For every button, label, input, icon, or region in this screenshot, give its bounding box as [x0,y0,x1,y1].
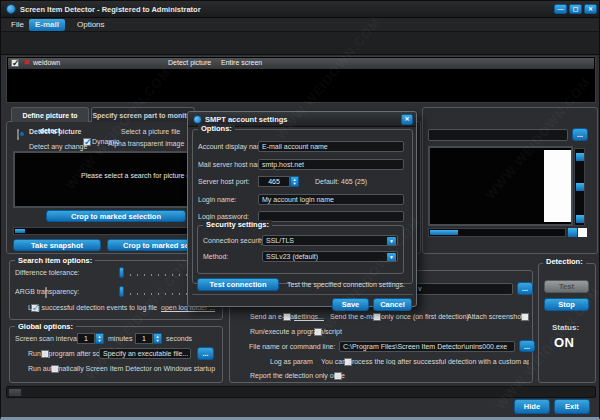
status-label: Status: [552,323,579,332]
method-select[interactable]: SSLv23 (default) ▼ [262,251,398,262]
email-recipient-browse-button[interactable]: ... [517,282,533,295]
email-settings-link[interactable]: settings... [294,313,324,320]
row-mode: Detect picture [168,59,211,66]
screen-preview[interactable] [428,146,573,226]
scroll-thumb[interactable] [15,229,25,233]
search-item-list[interactable]: weidown Detect picture Entire screen [6,56,596,103]
chevron-down-icon[interactable]: ▼ [387,237,396,246]
send-once-label: Send the e-mail only once (on first dete… [330,313,469,320]
crop-to-selection-button[interactable]: Crop to marked selection [46,210,186,222]
minimize-icon[interactable]: — [554,4,567,14]
run-program-after-scan-label: Run a program after scan: [28,350,109,357]
screen-preview-scrollbar[interactable] [428,228,566,237]
attach-screenshot-label: Attach screenshot [467,313,523,320]
log-param-hint: You can process the log after successful… [321,358,529,365]
menu-file[interactable]: File [5,19,30,31]
app-icon [6,4,16,14]
corner-gripper [578,228,587,237]
take-snapshot-button[interactable]: Take snapshot [13,239,101,251]
minutes-label: minutes [108,335,133,342]
menu-bar: File E-mail Options [1,18,599,32]
dialog-icon [193,115,202,124]
connection-security-select[interactable]: SSL/TLS ▼ [262,235,398,246]
test-connection-button[interactable]: Test connection [197,278,279,291]
monitor-path-field[interactable] [428,129,568,141]
method-value: SSLv23 (default) [266,253,318,260]
account-display-name-field[interactable]: E-mail account name [258,141,404,152]
chevron-down-icon[interactable]: ▼ [387,253,396,262]
monitor-browse-button[interactable]: ... [572,128,588,141]
menu-email[interactable]: E-mail [29,19,65,31]
status-value: ON [554,335,575,350]
dialog-divider [192,294,413,295]
executable-browse-button[interactable]: ... [197,347,214,360]
dialog-close-icon[interactable]: ✕ [401,114,413,125]
file-command-label: File name or command line: [249,343,335,350]
dialog-options-title: Options: [198,124,235,133]
detect-picture-radio[interactable] [17,129,19,140]
stop-button[interactable]: Stop [544,298,589,311]
scan-progress-bar [6,386,596,398]
security-settings-title: Security settings: [203,220,272,229]
maximize-icon[interactable]: ▢ [569,4,582,14]
mail-server-field[interactable]: smtp.host.net [258,159,404,170]
executable-file-field[interactable]: Specify an executable file... [99,348,191,359]
hide-button[interactable]: Hide [514,399,550,414]
detect-change-label: Detect any change [29,143,87,150]
marked-selection[interactable] [544,150,571,222]
close-icon[interactable]: ✕ [584,4,597,14]
select-picture-label: Select a picture file [121,128,180,135]
window-title: Screen Item Detector - Registered to Adm… [20,5,201,14]
test-connection-hint: Test the specified connection settings. [287,281,405,288]
seconds-label: seconds [166,335,192,342]
tab-define-picture[interactable]: Define picture to detect [11,107,89,122]
security-settings-group [197,225,404,274]
connection-security-value: SSL/TLS [266,237,294,244]
log-as-param-label: Log as param [270,358,313,365]
difference-tolerance-label: Difference tolerance: [15,269,79,276]
port-label: Server host port: [198,178,250,185]
minutes-stepper[interactable]: 1 ▲▼ [77,333,104,344]
dialog-save-button[interactable]: Save [332,298,369,311]
spinner-arrows-icon[interactable]: ▲▼ [95,333,104,344]
send-email-label: Send an e-mail [250,313,297,320]
dialog-cancel-button[interactable]: Cancel [373,298,412,311]
tab-specify-screen-part[interactable]: Specify screen part to monitor [91,107,195,122]
resize-handle-bottom[interactable] [576,215,584,223]
menu-options[interactable]: Options [71,19,111,31]
resize-handle-corner[interactable] [568,228,577,237]
title-bar: Screen Item Detector - Registered to Adm… [1,1,599,18]
port-stepper[interactable]: 465 ▲▼ [258,176,299,187]
scroll-thumb[interactable] [430,230,458,235]
row-checkbox[interactable] [11,59,19,67]
argb-transparency-label: ARGB transparency: [15,288,79,295]
login-name-field[interactable]: My account login name [258,194,404,205]
method-label: Method: [203,253,228,260]
test-button[interactable]: Test [544,280,589,293]
log-detection-label: Log successful detection events to log f… [28,304,157,311]
port-value: 465 [258,176,290,187]
spinner-arrows-icon[interactable]: ▲▼ [290,176,299,187]
file-command-browse-button[interactable]: ... [519,340,535,352]
toolbar: Add new search item Delete selected sear… [1,32,599,55]
resize-handle-top[interactable] [576,153,584,161]
row-name: weidown [33,59,60,66]
exit-button[interactable]: Exit [554,399,590,414]
report-once-label: Report the detection only once [250,372,345,379]
global-options-title: Global options: [15,322,76,331]
file-command-field[interactable]: C:\Program Files\Screen Item Detector\un… [339,341,515,352]
detection-title: Detection: [543,257,586,266]
resize-handle-middle[interactable] [576,183,584,191]
seconds-value: 1 [135,333,153,344]
login-password-field[interactable] [258,211,404,222]
smtp-settings-dialog: SMPT account settings ✕ Options: Account… [187,111,417,307]
row-delete-icon[interactable] [23,59,30,67]
autostart-label: Run automatically Screen Item Detector o… [28,365,215,372]
seconds-stepper[interactable]: 1 ▲▼ [135,333,162,344]
app-window: Screen Item Detector - Registered to Adm… [0,0,600,420]
table-row[interactable]: weidown Detect picture Entire screen [8,58,594,69]
spinner-arrows-icon[interactable]: ▲▼ [153,333,162,344]
connection-security-label: Connection security: [203,237,266,244]
search-item-options-title: Search item options: [15,256,95,265]
selection-handle-strip [574,148,585,226]
